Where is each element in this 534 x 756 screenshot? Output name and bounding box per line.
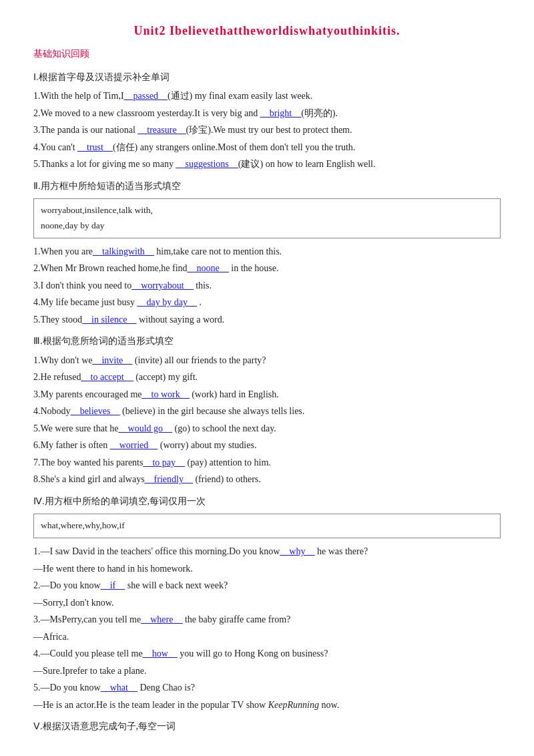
s1-hint1: (通过) my final exam easily last week. (168, 91, 312, 101)
section3-item5: 5.We were sure that he__would go__ (go) … (33, 421, 501, 437)
section3: Ⅲ.根据句意所给词的适当形式填空 1.Why don't we__invite_… (33, 333, 501, 488)
section3-heading: Ⅲ.根据句意所给词的适当形式填空 (33, 333, 501, 350)
section3-item2: 2.He refused__to accept__ (accept) my gi… (33, 369, 501, 386)
s1-pre3: 3.The panda is our national (33, 125, 138, 135)
section3-item1: 1.Why don't we__invite__ (invite) all ou… (33, 353, 501, 369)
section4-item2: 2.—Do you know__if__ she will e back nex… (33, 578, 501, 594)
section4-reply3: —Africa. (33, 629, 501, 646)
section2-item4: 4.My life became just busy __day by day_… (33, 295, 501, 311)
section3-item8: 8.She's a kind girl and always__friendly… (33, 471, 501, 488)
s1-pre2: 2.We moved to a new classroom yesterday.… (33, 108, 260, 118)
s1-pre1: 1.With the help of Tim,I (33, 91, 124, 101)
s1-hint4: (信任) any strangers online.Most of them d… (113, 142, 355, 152)
section4: Ⅳ.用方框中所给的单词填空,每词仅用一次 what,where,why,how,… (33, 494, 501, 713)
section4-item5: 5.—Do you know__what__ Deng Chao is? (33, 680, 501, 697)
section2: Ⅱ.用方框中所给短语的适当形式填空 worryabout,insilence,t… (33, 178, 501, 329)
section1-item1: 1.With the help of Tim,I__passed__(通过) m… (33, 88, 501, 105)
section2-item1: 1.When you are__talkingwith__ him,take c… (33, 244, 501, 260)
s1-answer2: __bright__ (260, 108, 301, 118)
s1-hint3: (珍宝).We must try our best to protect the… (186, 125, 352, 135)
s1-answer5: __suggestions__ (176, 159, 238, 169)
page-title: Unit2 Ibelievethattheworldiswhatyouthink… (33, 20, 501, 41)
section1-item4: 4.You can't __trust__(信任) any strangers … (33, 140, 501, 156)
section3-item3: 3.My parents encouraged me__to work__ (w… (33, 387, 501, 403)
section1: Ⅰ.根据首字母及汉语提示补全单词 1.With the help of Tim,… (33, 69, 501, 173)
section1-item2: 2.We moved to a new classroom yesterday.… (33, 106, 501, 122)
section4-reply1: —He went there to hand in his homework. (33, 561, 501, 578)
section4-item3: 3.—MsPerry,can you tell me__where__ the … (33, 612, 501, 628)
section3-item7: 7.The boy wanted his parents__to pay__ (… (33, 455, 501, 471)
section1-item5: 5.Thanks a lot for giving me so many __s… (33, 156, 501, 173)
s1-hint2: (明亮的). (301, 108, 338, 118)
section3-item4: 4.Nobody__believes__ (believe) in the gi… (33, 403, 501, 420)
s1-answer1: __passed__ (124, 91, 168, 101)
page-container: Unit2 Ibelievethattheworldiswhatyouthink… (33, 20, 501, 735)
section1-item3: 3.The panda is our national __treasure__… (33, 122, 501, 139)
section2-item2: 2.When Mr Brown reached home,he find__no… (33, 260, 501, 277)
s1-pre5: 5.Thanks a lot for giving me so many (33, 159, 176, 169)
section2-box: worryabout,insilence,talk with, noone,da… (33, 198, 501, 238)
s1-pre4: 4.You can't (33, 142, 77, 152)
subtitle: 基础知识回顾 (33, 45, 501, 62)
s1-hint5: (建议) on how to learn English well. (238, 159, 376, 169)
s1-answer3: __treasure__ (138, 125, 186, 135)
section3-item6: 6.My father is often __worried__ (worry)… (33, 437, 501, 454)
section2-heading: Ⅱ.用方框中所给短语的适当形式填空 (33, 178, 501, 195)
section1-heading: Ⅰ.根据首字母及汉语提示补全单词 (33, 69, 501, 86)
section4-box: what,where,why,how,if (33, 514, 501, 538)
section2-item5: 5.They stood__in silence__ without sayin… (33, 312, 501, 329)
section4-item4: 4.—Could you please tell me__how__ you w… (33, 646, 501, 663)
section4-reply2: —Sorry,I don't know. (33, 595, 501, 612)
section5: Ⅴ.根据汉语意思完成句子,每空一词 (33, 719, 501, 735)
section4-item1: 1.—I saw David in the teachers' office t… (33, 544, 501, 560)
section4-reply5: —He is an actor.He is the team leader in… (33, 697, 501, 714)
section4-heading: Ⅳ.用方框中所给的单词填空,每词仅用一次 (33, 494, 501, 510)
section5-heading: Ⅴ.根据汉语意思完成句子,每空一词 (33, 719, 501, 735)
section4-reply4: —Sure.Iprefer to take a plane. (33, 663, 501, 680)
s1-answer4: __trust__ (77, 142, 113, 152)
section2-item3: 3.I don't think you need to__worryabout_… (33, 278, 501, 295)
